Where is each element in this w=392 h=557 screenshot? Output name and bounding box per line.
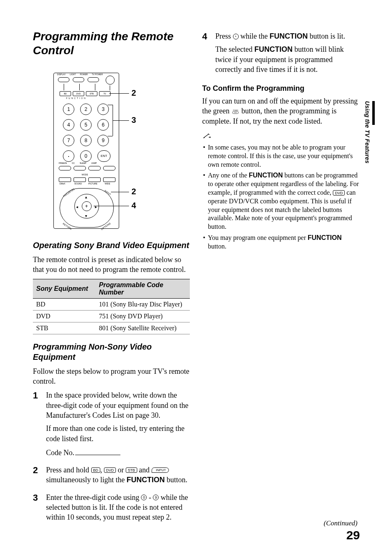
step-4: 4 Press + while the FUNCTION button is l… [202,31,359,78]
light-button [73,77,84,82]
lbl-dmex: DMeX [60,182,65,185]
step-2: 2 Press and hold BD, DVD or STB and INPU… [33,465,190,488]
function-row-label: FUNCTION [66,97,87,99]
label-power: POWER [80,73,88,76]
sleep-button [88,166,101,170]
step4-p1: Press + while the FUNCTION button is lit… [215,31,359,41]
sound-button [74,177,86,182]
stb-icon: STB [126,467,137,473]
num-dot [63,150,74,162]
step1-p2: If more than one code is listed, try ent… [46,424,190,444]
section-tab-label: Using the TV Features [364,101,371,163]
dmex-button [59,177,71,182]
callout-2a: 2 [131,88,136,98]
wide-button [103,177,115,182]
num-1: 1 [63,104,74,115]
lbl-cc: CC [72,162,75,164]
codes-table: Sony Equipment Programmable Code Number … [33,279,190,334]
heading-confirm: To Confirm the Programming [202,84,359,93]
func-stb: STB [86,91,97,96]
table-row: BD101 (Sony Blu-ray Disc Player) [33,298,190,310]
confirm-text: If you can turn on and off the equipment… [202,96,359,126]
tvpower-button [106,76,115,85]
num-9: 9 [97,135,109,146]
svg-text:POWER: POWER [233,110,238,111]
table-row: DVD751 (Sony DVD Player) [33,310,190,322]
picture-button [88,177,101,182]
dvd-icon: DVD [333,190,345,196]
lbl-jump: JUMP [91,162,97,164]
func-bd: BD [60,91,71,96]
manual-page: Using the TV Features Programming the Re… [0,0,392,557]
power-button [88,77,99,82]
num-2: 2 [80,104,92,115]
num-4: 4 [63,119,74,131]
label-display: DISPLAY [57,73,66,76]
num-8: 8 [80,135,92,146]
mode-group-label: MODE [82,173,88,176]
num-0: 0 [80,150,92,162]
lbl-sound: SOUND [74,182,82,185]
note-icon [202,133,212,139]
bd-icon: BD [91,467,101,473]
heading-sony: Operating Sony Brand Video Equipment [33,240,190,251]
lbl-wide: WIDE [105,182,110,185]
step-1: 1 In the space provided below, write dow… [33,390,190,461]
continued-label: (Continued) [324,519,357,527]
num-ent: ENT [97,150,111,162]
num-3: 3 [97,104,109,115]
page-number: 29 [346,528,360,542]
left-column: Programming the Remote Control DISPLAY L… [33,30,190,529]
zero-icon: 0 [141,495,147,500]
note-3: You may program one equipment per FUNCTI… [208,234,359,251]
num-6: 6 [97,119,109,131]
num-7: 7 [63,135,74,146]
freeze-button [59,166,71,170]
label-light: LIGHT [70,73,76,76]
label-tvpower: TV POWER [92,73,103,76]
code-no-line: Code No. [46,447,190,458]
input-icon: INPUT [152,467,169,473]
jump-button [103,166,115,170]
intro-nonsony: Follow the steps below to program your T… [33,366,190,387]
table-row: STB801 (Sony Satellite Receiver) [33,322,190,334]
cc-button [74,166,86,170]
enter-icon: + [233,34,239,39]
func-tv: TV [99,91,111,96]
power-icon: POWER [231,109,240,114]
num-5: 5 [80,119,92,131]
notes-list: In some cases, you may not be able to pr… [202,143,359,251]
callout-4: 4 [131,201,136,210]
callout-3: 3 [131,115,136,125]
page-title: Programming the Remote Control [33,30,190,57]
nav-pad: + ▴ ▾ ◂ ▸ FAVORITES INPUT RETURN OPTIONS [60,188,114,229]
lbl-sleep: SLEEP [80,162,86,164]
display-button [58,77,69,82]
step4-p2: The selected FUNCTION button will blink … [215,44,359,74]
lbl-picture: PICTURE [88,182,97,185]
step2-text: Press and hold BD, DVD or STB and INPUT … [46,465,190,485]
func-dvd: DVD [73,91,84,96]
th-code: Programmable Code Number [96,279,190,298]
th-equipment: Sony Equipment [33,279,96,298]
callout-2b: 2 [131,187,136,196]
lbl-freeze: FREEZE [59,162,67,164]
section-tab: Using the TV Features [364,101,375,183]
remote-diagram: DISPLAY LIGHT POWER TV POWER [45,69,136,233]
step1-p1: In the space provided below, write down … [46,390,190,420]
nine-icon: 9 [153,495,159,500]
right-column: 4 Press + while the FUNCTION button is l… [202,30,359,529]
intro-sony: The remote control is preset as indicate… [33,255,190,275]
number-pad: 1 2 3 4 5 6 7 8 9 0 ENT [63,104,109,162]
note-1: In some cases, you may not be able to pr… [208,143,359,169]
step-3: 3 Enter the three-digit code using 0 - 9… [33,493,190,526]
step3-text: Enter the three-digit code using 0 - 9 w… [46,493,190,522]
dvd-icon: DVD [104,467,116,473]
heading-nonsony: Programming Non-Sony Video Equipment [33,342,190,362]
note-2: Any one of the FUNCTION buttons can be p… [208,171,359,231]
